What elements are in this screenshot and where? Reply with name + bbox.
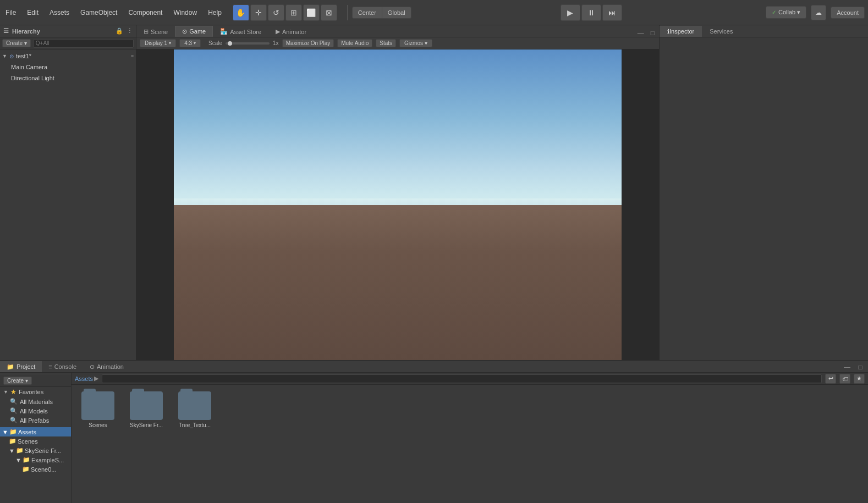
- collab-button[interactable]: ✓ Collab ▾: [766, 6, 806, 19]
- hierarchy-search-input[interactable]: [33, 39, 134, 48]
- hierarchy-toolbar: Create ▾: [0, 37, 136, 49]
- main-camera-label: Main Camera: [11, 64, 47, 70]
- menu-assets[interactable]: Assets: [47, 8, 72, 18]
- scale-tool-button[interactable]: ⊞: [285, 4, 302, 21]
- project-search-input[interactable]: [102, 374, 822, 383]
- scene-tab[interactable]: ⊞ Scene: [136, 26, 175, 37]
- scene-tab-label: Scene: [151, 29, 168, 35]
- hierarchy-content: ▼ ⊙ test1* ≡ Main Camera Directional Lig…: [0, 49, 136, 360]
- menu-window[interactable]: Window: [171, 8, 199, 18]
- skyserie-folder-item[interactable]: ▼ 📁 SkySerie Fr...: [0, 446, 71, 455]
- scale-label: Scale: [208, 40, 222, 46]
- maximize-on-play-button[interactable]: Maximize On Play: [282, 39, 334, 47]
- rect-tool-button[interactable]: ⬜: [303, 4, 320, 21]
- menu-component[interactable]: Component: [126, 8, 164, 18]
- main-camera-item[interactable]: Main Camera: [0, 62, 136, 73]
- menu-gameobject[interactable]: GameObject: [78, 8, 119, 18]
- services-tab[interactable]: Services: [702, 26, 740, 37]
- move-tool-button[interactable]: ✛: [250, 4, 267, 21]
- examples-folder-item[interactable]: ▼ 📁 ExampleS...: [0, 455, 71, 465]
- breadcrumb-arrow-icon: ▶: [94, 375, 98, 382]
- project-sidebar: Create ▾ ▼ ★ Favorites 🔍 All Materials 🔍…: [0, 373, 72, 503]
- hierarchy-scene-item[interactable]: ▼ ⊙ test1* ≡: [0, 51, 136, 62]
- path-tag-button[interactable]: 🏷: [839, 374, 850, 384]
- project-tab[interactable]: 📁 Project: [0, 361, 42, 372]
- scene-tab-icon: ⊞: [144, 28, 149, 35]
- scenes-folder-item[interactable]: 📁 Scenes: [0, 436, 71, 446]
- game-tab-icon: ⊙: [182, 28, 187, 35]
- scene0-folder-item[interactable]: 📁 Scene0...: [0, 465, 71, 474]
- all-materials-item[interactable]: 🔍 All Materials: [0, 397, 71, 406]
- step-button[interactable]: ⏭: [602, 4, 622, 21]
- tree-texture-file-item[interactable]: Tree_Textu...: [173, 389, 217, 430]
- menu-file[interactable]: File: [3, 8, 18, 18]
- directional-light-item[interactable]: Directional Light: [0, 73, 136, 84]
- examples-folder-icon: 📁: [23, 456, 30, 463]
- hierarchy-lock-icon[interactable]: 🔒: [116, 27, 123, 35]
- ground-plane: [174, 205, 622, 361]
- all-prefabs-item[interactable]: 🔍 All Prefabs: [0, 416, 71, 425]
- hierarchy-panel: ☰ Hierarchy 🔒 ⋮ Create ▾ ▼ ⊙ test1* ≡ Ma…: [0, 25, 136, 360]
- aspect-button[interactable]: 4:3 ▾: [179, 39, 201, 47]
- scene-arrow-icon: ▼: [2, 53, 7, 59]
- scale-slider[interactable]: [226, 42, 270, 45]
- favorites-arrow-icon: ▼: [3, 389, 8, 395]
- bottom-minimize-button[interactable]: —: [842, 362, 853, 372]
- skyserie-file-item[interactable]: SkySerie Fr...: [124, 389, 168, 430]
- aspect-label: 4:3: [184, 40, 192, 46]
- gizmos-button[interactable]: Gizmos ▾: [399, 39, 432, 47]
- console-tab[interactable]: ≡ Console: [42, 361, 83, 372]
- scenes-folder-icon: 📁: [9, 438, 17, 445]
- account-button[interactable]: Account: [831, 7, 865, 19]
- assets-section: ▼ 📁 Assets 📁 Scenes ▼ 📁 SkySerie Fr... ▼…: [0, 427, 71, 474]
- tree-texture-folder-thumb: [178, 391, 211, 420]
- pause-button[interactable]: ⏸: [581, 4, 601, 21]
- asset-store-tab[interactable]: 🏪 Asset Store: [213, 26, 268, 37]
- search-icon-models: 🔍: [10, 407, 18, 414]
- assets-folder-icon: 📁: [9, 428, 17, 435]
- rotate-tool-button[interactable]: ↺: [268, 4, 284, 21]
- game-tab[interactable]: ⊙ Game: [175, 26, 213, 37]
- scene-options-icon[interactable]: ≡: [131, 53, 134, 59]
- animator-tab-icon: ▶: [276, 28, 280, 35]
- hierarchy-menu-icon[interactable]: ⋮: [127, 27, 133, 35]
- main-layout: ☰ Hierarchy 🔒 ⋮ Create ▾ ▼ ⊙ test1* ≡ Ma…: [0, 25, 868, 360]
- tab-maximize-button[interactable]: □: [649, 29, 657, 37]
- assets-root-item[interactable]: ▼ 📁 Assets: [0, 427, 71, 436]
- menu-help[interactable]: Help: [206, 8, 224, 18]
- center-button[interactable]: Center: [352, 7, 382, 19]
- top-toolbar: File Edit Assets GameObject Component Wi…: [0, 0, 868, 25]
- breadcrumb-assets[interactable]: Assets: [75, 375, 93, 382]
- scenes-folder-thumb: [81, 391, 114, 420]
- favorites-header[interactable]: ▼ ★ Favorites: [0, 387, 71, 397]
- console-tab-label: Console: [54, 363, 76, 370]
- tab-menu-button[interactable]: —: [635, 29, 646, 37]
- animation-tab[interactable]: ⊙ Animation: [83, 361, 130, 372]
- path-star-button[interactable]: ★: [854, 374, 865, 384]
- display-button[interactable]: Display 1 ▾: [140, 39, 176, 47]
- cloud-button[interactable]: ☁: [811, 5, 826, 20]
- transform-tool-button[interactable]: ⊠: [321, 4, 337, 21]
- bottom-maximize-button[interactable]: □: [855, 362, 866, 372]
- inspector-content: [660, 37, 868, 360]
- hierarchy-create-button[interactable]: Create ▾: [2, 39, 31, 47]
- mute-audio-button[interactable]: Mute Audio: [337, 39, 372, 47]
- breadcrumb: Assets ▶: [75, 375, 98, 382]
- stats-button[interactable]: Stats: [376, 39, 396, 47]
- animator-tab[interactable]: ▶ Animator: [268, 26, 314, 37]
- aspect-arrow-icon: ▾: [194, 41, 196, 46]
- scenes-file-item[interactable]: Scenes: [76, 389, 120, 430]
- project-create-button[interactable]: Create ▾: [3, 377, 32, 385]
- hand-tool-button[interactable]: ✋: [233, 4, 249, 21]
- project-tab-icon: 📁: [7, 363, 14, 371]
- global-button[interactable]: Global: [382, 7, 411, 19]
- menu-edit[interactable]: Edit: [25, 8, 41, 18]
- inspector-tab[interactable]: ℹ Inspector: [660, 26, 702, 37]
- project-main: Assets ▶ ↩ 🏷 ★ Scenes SkySerie Fr...: [72, 373, 868, 503]
- path-back-button[interactable]: ↩: [825, 374, 836, 384]
- game-viewport: [136, 49, 659, 360]
- all-models-item[interactable]: 🔍 All Models: [0, 406, 71, 416]
- display-arrow-icon: ▾: [169, 41, 171, 46]
- play-button[interactable]: ▶: [561, 4, 580, 21]
- project-tab-label: Project: [17, 363, 35, 370]
